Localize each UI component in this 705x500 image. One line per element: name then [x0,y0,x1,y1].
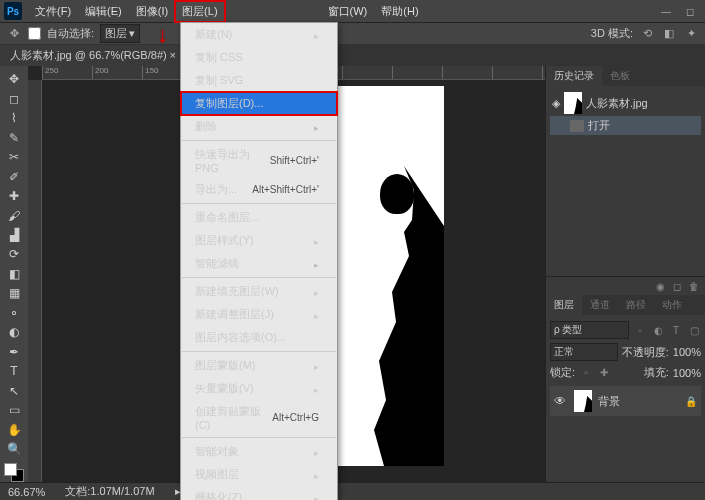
doc-size: 文档:1.07M/1.07M [65,484,154,499]
heal-tool[interactable]: ✚ [3,187,25,205]
window-controls: — ◻ [655,3,701,19]
menu-item[interactable]: 创建剪贴蒙版(C)Alt+Ctrl+G [181,400,337,435]
quick-select-tool[interactable]: ✎ [3,128,25,146]
menu-item[interactable]: 图层样式(Y) [181,229,337,252]
menu-item: 重命名图层... [181,206,337,229]
eyedropper-tool[interactable]: ✐ [3,167,25,185]
lock-icon: 🔒 [685,396,697,407]
pen-tool[interactable]: ✒ [3,343,25,361]
ruler-vertical [28,80,42,482]
marquee-tool[interactable]: ◻ [3,89,25,107]
dodge-tool[interactable]: ◐ [3,323,25,341]
blend-mode[interactable]: 正常 [550,343,618,361]
mode-icon[interactable]: ◧ [661,26,677,42]
layer-thumb [574,390,592,412]
hand-tool[interactable]: ✋ [3,420,25,438]
history-brush-tool[interactable]: ⟳ [3,245,25,263]
brush-tool[interactable]: 🖌 [3,206,25,224]
layers-panel: ρ 类型▫◐T▢ 正常不透明度:100% 锁定:▫✚填充:100% 👁 背景 🔒 [546,315,705,420]
new-snapshot-button[interactable]: ◉ [653,279,667,293]
menu-hidden[interactable] [297,1,321,22]
eraser-tool[interactable]: ◧ [3,265,25,283]
status-bar: 66.67% 文档:1.07M/1.07M ▸ [0,482,705,500]
shape-tool[interactable]: ▭ [3,401,25,419]
menu-item[interactable]: 视频图层 [181,463,337,486]
move-tool[interactable]: ✥ [3,70,25,88]
chevron-down-icon: ▾ [129,27,135,40]
type-tool[interactable]: T [3,362,25,380]
auto-select-dropdown[interactable]: 图层 ▾ [100,24,140,43]
tab-swatches[interactable]: 色板 [602,66,638,86]
crop-tool[interactable]: ✂ [3,148,25,166]
menu-编辑(E)[interactable]: 编辑(E) [78,1,129,22]
tab-channels[interactable]: 通道 [582,295,618,315]
menu-item: 智能滤镜 [181,252,337,275]
color-swatch[interactable] [4,463,24,481]
trash-icon[interactable]: 🗑 [687,279,701,293]
menu-帮助(H)[interactable]: 帮助(H) [374,1,425,22]
history-item[interactable]: 打开 [588,118,610,133]
menu-item: 删除 [181,115,337,138]
menu-item[interactable]: 新建(N) [181,23,337,46]
tab-actions[interactable]: 动作 [654,295,690,315]
menu-item: 图层内容选项(O)... [181,326,337,349]
toolbox: ✥ ◻ ⌇ ✎ ✂ ✐ ✚ 🖌 ▟ ⟳ ◧ ▦ ⚬ ◐ ✒ T ↖ ▭ ✋ 🔍 [0,66,28,482]
menu-item[interactable]: 导出为...Alt+Shift+Ctrl+' [181,178,337,201]
layer-menu: 新建(N)复制 CSS复制 SVG复制图层(D)...删除快速导出为 PNGSh… [180,22,338,500]
menu-item[interactable]: 复制 SVG [181,69,337,92]
zoom-tool[interactable]: 🔍 [3,440,25,458]
blur-tool[interactable]: ⚬ [3,304,25,322]
menu-item[interactable]: 复制 CSS [181,46,337,69]
menu-item[interactable]: 快速导出为 PNGShift+Ctrl+' [181,143,337,178]
menu-item[interactable]: 复制图层(D)... [181,92,337,115]
move-tool-icon: ✥ [6,26,22,42]
menu-item[interactable]: 图层蒙版(M) [181,354,337,377]
path-tool[interactable]: ↖ [3,382,25,400]
restore-button[interactable]: ◻ [679,3,701,19]
menu-图像(I)[interactable]: 图像(I) [129,1,175,22]
menu-窗口(W)[interactable]: 窗口(W) [321,1,375,22]
menu-hidden[interactable] [225,1,249,22]
document-tabs: 人影素材.jpg @ 66.7%(RGB/8#) × [0,44,705,66]
menu-hidden[interactable] [273,1,297,22]
menu-文件(F)[interactable]: 文件(F) [28,1,78,22]
mode-icon[interactable]: ⟲ [639,26,655,42]
menu-item[interactable]: 栅格化(Z) [181,486,337,500]
history-item[interactable]: 人影素材.jpg [586,96,648,111]
silhouette-head [380,174,414,214]
camera-icon[interactable]: ◻ [670,279,684,293]
visibility-icon[interactable]: 👁 [554,394,568,408]
menu-图层(L)[interactable]: 图层(L) [175,1,224,22]
gradient-tool[interactable]: ▦ [3,284,25,302]
layer-name: 背景 [598,394,620,409]
annotation-arrow: ↓ [157,22,168,48]
step-icon [570,120,584,132]
auto-select-checkbox[interactable] [28,27,41,40]
stamp-tool[interactable]: ▟ [3,226,25,244]
history-thumb [564,92,582,114]
visibility-icon[interactable]: ◈ [552,97,560,110]
options-bar: ✥ 自动选择: 图层 ▾ 3D 模式: ⟲ ◧ ✦ [0,22,705,44]
tab-history[interactable]: 历史记录 [546,66,602,86]
lasso-tool[interactable]: ⌇ [3,109,25,127]
menubar: Ps 文件(F)编辑(E)图像(I)图层(L)窗口(W)帮助(H) — ◻ [0,0,705,22]
layer-row[interactable]: 👁 背景 🔒 [550,386,701,416]
zoom-level[interactable]: 66.67% [8,486,45,498]
close-icon[interactable]: × [169,49,175,61]
history-panel: ◈人影素材.jpg 打开 [546,86,705,156]
minimize-button[interactable]: — [655,3,677,19]
mode-icon[interactable]: ✦ [683,26,699,42]
auto-select-label: 自动选择: [47,26,94,41]
menu-item[interactable]: 智能对象 [181,440,337,463]
panels: 历史记录 色板 ◈人影素材.jpg 打开 ◉ ◻ 🗑 图层 通道 路径 动作 ρ… [545,66,705,482]
tab-paths[interactable]: 路径 [618,295,654,315]
mode-3d-label: 3D 模式: [591,26,633,41]
menu-item[interactable]: 矢量蒙版(V) [181,377,337,400]
tab-layers[interactable]: 图层 [546,295,582,315]
menu-hidden[interactable] [249,1,273,22]
app-logo: Ps [4,2,22,20]
menu-item[interactable]: 新建调整图层(J) [181,303,337,326]
layer-filter[interactable]: ρ 类型 [550,321,629,339]
menu-item[interactable]: 新建填充图层(W) [181,280,337,303]
